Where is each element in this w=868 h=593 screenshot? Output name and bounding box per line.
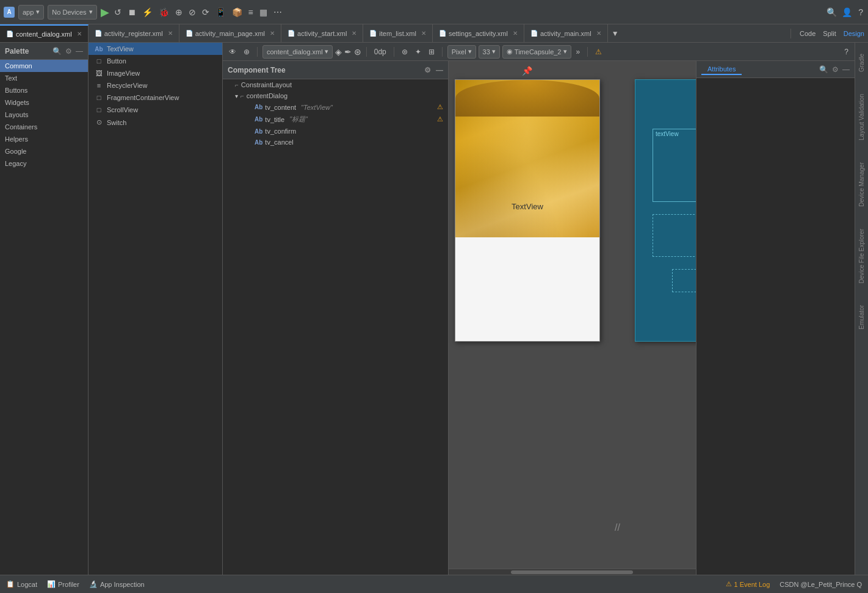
align-icon[interactable]: ⊞ <box>426 46 437 57</box>
search-button-top[interactable]: 🔍 <box>826 7 837 17</box>
vtab-device-file-explorer[interactable]: Device File Explorer <box>857 224 866 288</box>
tab-icon-6: 📄 <box>530 30 538 37</box>
attach-icon[interactable]: ⊕ <box>175 7 183 17</box>
palette-item-textview[interactable]: Ab TextView <box>89 43 222 55</box>
tree-item-tv-confirm[interactable]: Ab tv_confirm <box>223 126 448 137</box>
vtab-layout-validation[interactable]: Layout Validation <box>857 89 866 145</box>
split-view-btn[interactable]: Split <box>819 29 839 38</box>
refresh-icon[interactable]: ↺ <box>114 7 121 17</box>
attr-minimize-icon[interactable]: — <box>842 65 850 74</box>
tab-close-0[interactable]: ✕ <box>77 31 82 37</box>
palette-title: Palette <box>5 47 29 56</box>
palette-item-fragmentcontainerview[interactable]: □ FragmentContainerView <box>89 92 222 104</box>
vtab-device-manager[interactable]: Device Manager <box>857 157 866 212</box>
more-icon[interactable]: ⋯ <box>273 7 282 17</box>
tree-item-contentdialog[interactable]: ▾ ⌐ contentDialog <box>223 90 448 101</box>
tab-close-5[interactable]: ✕ <box>513 30 518 37</box>
connect-icon[interactable]: ⊛ <box>399 46 410 57</box>
palette-item-button[interactable]: □ Button <box>89 55 222 67</box>
tree-item-tv-cancel[interactable]: Ab tv_cancel <box>223 137 448 148</box>
palette-item-scrollview[interactable]: □ ScrollView <box>89 104 222 116</box>
avd-icon[interactable]: 📱 <box>215 7 226 17</box>
palette-minimize-icon[interactable]: — <box>76 47 83 56</box>
palette-settings-icon[interactable]: ⚙ <box>65 47 72 56</box>
sdk-icon[interactable]: 📦 <box>232 7 242 17</box>
debug-icon[interactable]: 🐞 <box>159 7 169 17</box>
tab-label-2: activity_main_page.xml <box>195 30 265 37</box>
tab-activity-register[interactable]: 📄 activity_register.xml ✕ <box>89 24 179 42</box>
code-view-btn[interactable]: Code <box>796 29 819 38</box>
palette-category-containers[interactable]: Containers <box>0 121 88 133</box>
compass-icon[interactable]: ⊛ <box>354 47 361 57</box>
eye-btn[interactable]: 👁 <box>226 46 239 57</box>
palette-item-switch[interactable]: ⊙ Switch <box>89 116 222 129</box>
palette-item-recyclerview[interactable]: ≡ RecyclerView <box>89 79 222 92</box>
tab-activity-main[interactable]: 📄 activity_main.xml ✕ <box>524 24 608 42</box>
tab-activity-main-page[interactable]: 📄 activity_main_page.xml ✕ <box>179 24 281 42</box>
fragmentcontainerview-icon: □ <box>95 94 103 101</box>
sync-icon[interactable]: ⟳ <box>202 7 209 17</box>
palette-category-buttons[interactable]: Buttons <box>0 84 88 96</box>
palette-category-widgets[interactable]: Widgets <box>0 96 88 109</box>
tree-item-constraintlayout[interactable]: ⌐ ConstraintLayout <box>223 79 448 90</box>
tree-minimize-icon[interactable]: — <box>436 66 443 74</box>
file-dropdown[interactable]: content_dialog.xml ▾ <box>262 45 333 59</box>
pen-icon[interactable]: ✒ <box>344 47 352 57</box>
tree-item-tv-content[interactable]: Ab tv_content "TextView" ⚠ <box>223 101 448 113</box>
help-btn[interactable]: ? <box>842 46 851 57</box>
palette-item-imageview[interactable]: 🖼 ImageView <box>89 67 222 79</box>
coverage-icon[interactable]: ⊘ <box>189 7 196 17</box>
app-inspection-btn[interactable]: 🔬 App Inspection <box>89 580 145 588</box>
palette-panel: Palette 🔍 ⚙ — Common Text Buttons Widget… <box>0 43 89 575</box>
attr-tab-attributes[interactable]: Attributes <box>701 64 742 75</box>
tab-item-list[interactable]: 📄 item_list.xml ✕ <box>363 24 433 42</box>
attr-settings-icon[interactable]: ⚙ <box>832 65 839 74</box>
palette-search-icon[interactable]: 🔍 <box>52 47 62 56</box>
account-icon[interactable]: 👤 <box>842 7 852 17</box>
profiler-btn[interactable]: 📊 Profiler <box>47 580 79 588</box>
attr-search-icon[interactable]: 🔍 <box>819 65 828 74</box>
tab-close-4[interactable]: ✕ <box>421 30 426 37</box>
structure-icon[interactable]: ≡ <box>248 7 253 17</box>
app-dropdown[interactable]: app ▾ <box>18 5 44 20</box>
tree-settings-icon[interactable]: ⚙ <box>424 66 431 74</box>
warning-icon[interactable]: ⚠ <box>593 46 604 57</box>
tree-item-tv-title[interactable]: Ab tv_title "标题" ⚠ <box>223 113 448 126</box>
cursor-btn[interactable]: ⊕ <box>241 46 252 57</box>
tab-settings-activity[interactable]: 📄 settings_activity.xml ✕ <box>433 24 524 42</box>
tab-content-dialog[interactable]: 📄 content_dialog.xml ✕ <box>0 24 89 42</box>
layout-icon[interactable]: ▦ <box>259 7 267 17</box>
design-view-btn[interactable]: Design <box>840 29 868 38</box>
canvas-scrollbar[interactable] <box>449 569 696 575</box>
more-btn[interactable]: » <box>574 46 583 57</box>
tab-close-2[interactable]: ✕ <box>270 30 275 37</box>
palette-category-helpers[interactable]: Helpers <box>0 133 88 145</box>
no-devices-dropdown[interactable]: No Devices ▾ <box>48 5 96 20</box>
canvas-scrollbar-thumb[interactable] <box>511 570 633 574</box>
profile-icon[interactable]: ⚡ <box>142 7 153 17</box>
device-dropdown[interactable]: Pixel ▾ <box>447 45 476 59</box>
tab-close-6[interactable]: ✕ <box>596 30 601 37</box>
layer-icon[interactable]: ◈ <box>335 47 342 57</box>
help-icon[interactable]: ? <box>858 7 863 17</box>
vtab-gradle[interactable]: Gradle <box>857 49 866 77</box>
event-log-btn[interactable]: ⚠ 1 Event Log <box>726 580 770 588</box>
logcat-btn[interactable]: 📋 Logcat <box>6 580 37 588</box>
tab-close-1[interactable]: ✕ <box>168 30 173 37</box>
tabs-overflow-btn[interactable]: ▼ <box>608 29 623 38</box>
run-button[interactable]: ▶ <box>101 5 109 19</box>
palette-category-text[interactable]: Text <box>0 72 88 84</box>
theme-dropdown[interactable]: ◉ TimeCapsule_2 ▾ <box>502 45 571 59</box>
tab-close-3[interactable]: ✕ <box>352 30 356 37</box>
tab-activity-start[interactable]: 📄 activity_start.xml ✕ <box>281 24 363 42</box>
palette-category-common[interactable]: Common <box>0 60 88 72</box>
zero-dp-btn[interactable]: 0dp <box>372 46 389 57</box>
vtab-emulator[interactable]: Emulator <box>857 300 866 334</box>
design-main: Component Tree ⚙ — ⌐ ConstraintLayout ▾ … <box>223 61 855 575</box>
stop-icon[interactable]: ⏹ <box>128 7 136 17</box>
palette-category-google[interactable]: Google <box>0 145 88 157</box>
api-dropdown[interactable]: 33 ▾ <box>479 45 500 59</box>
palette-category-legacy[interactable]: Legacy <box>0 157 88 170</box>
wand-icon[interactable]: ✦ <box>413 46 424 57</box>
palette-category-layouts[interactable]: Layouts <box>0 109 88 121</box>
